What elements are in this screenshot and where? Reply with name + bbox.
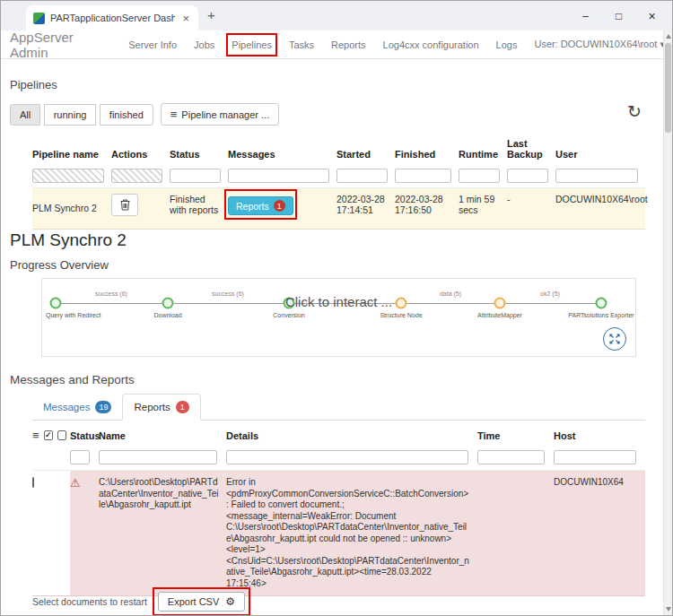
filter-input-pipeline-name[interactable] bbox=[32, 169, 104, 183]
fullscreen-button[interactable] bbox=[603, 327, 626, 351]
node-label: Query with Redirect bbox=[46, 312, 101, 318]
tab-messages[interactable]: Messages 19 bbox=[32, 395, 122, 420]
browser-chrome: PARTapplicationServer Dashboa × + – □ × bbox=[1, 1, 672, 30]
finished-date: 2022-03-28 bbox=[395, 194, 453, 204]
col-header-user: User bbox=[555, 132, 645, 166]
click-to-interact-overlay[interactable]: Click to interact ... bbox=[42, 294, 635, 309]
reports-table: ≡ ✓ Status Name Details Time Host ⚠ C:\U… bbox=[32, 421, 645, 596]
filter-input-host[interactable] bbox=[554, 450, 636, 464]
scroll-down-arrow-icon[interactable] bbox=[666, 607, 671, 612]
filter-all-button[interactable]: All bbox=[10, 104, 40, 126]
nav-item-server-info[interactable]: Server Info bbox=[128, 39, 177, 50]
refresh-icon[interactable]: ↻ bbox=[627, 101, 642, 122]
cell-status: ⚠ bbox=[70, 470, 99, 596]
filter-input-last-backup[interactable] bbox=[507, 169, 548, 183]
app-brand[interactable]: AppServer Admin bbox=[10, 30, 111, 60]
messages-reports-heading: Messages and Reports bbox=[10, 373, 135, 386]
workflow-canvas[interactable]: success (6) success (6) data (5) ok2 (5)… bbox=[41, 278, 636, 357]
col-header-status: Status bbox=[70, 421, 99, 448]
page-scrollbar[interactable] bbox=[663, 30, 672, 615]
node-label: PARTsolutions Exporter bbox=[568, 312, 634, 318]
pipeline-manager-button[interactable]: ≡ Pipeline manager ... bbox=[161, 103, 279, 126]
col-header-last-backup: Last Backup bbox=[507, 132, 555, 166]
nav-item-reports[interactable]: Reports bbox=[331, 39, 366, 50]
messages-reports-tabs: Messages 19 Reports 1 bbox=[32, 393, 645, 421]
reports-button-label: Reports bbox=[236, 201, 269, 212]
select-all-checkbox[interactable]: ✓ bbox=[44, 430, 53, 440]
reports-count-badge: 1 bbox=[274, 200, 285, 212]
filter-input-user[interactable] bbox=[555, 169, 638, 183]
nav-item-jobs[interactable]: Jobs bbox=[194, 39, 214, 50]
filter-cell bbox=[507, 166, 555, 187]
user-menu-label: User: DOCUWIN10X64\root bbox=[534, 39, 657, 49]
col-header-pipeline-name: Pipeline name bbox=[32, 132, 111, 166]
node-label: AttributeMapper bbox=[477, 312, 522, 318]
export-csv-label: Export CSV bbox=[168, 596, 219, 607]
col-header-status: Status bbox=[170, 132, 228, 166]
filter-input-time[interactable] bbox=[477, 450, 545, 464]
nav-item-pipelines-label: Pipelines bbox=[232, 39, 272, 50]
filter-input-status[interactable] bbox=[170, 169, 221, 183]
tab-reports-label: Reports bbox=[134, 402, 170, 412]
maximize-button[interactable]: □ bbox=[602, 10, 635, 22]
row-checkbox[interactable] bbox=[32, 477, 34, 488]
filter-running-button[interactable]: running bbox=[44, 104, 97, 126]
app-navbar: AppServer Admin Server Info Jobs Pipelin… bbox=[1, 30, 665, 59]
close-button[interactable]: × bbox=[635, 9, 669, 23]
export-csv-button[interactable]: Export CSV ⚙ bbox=[158, 592, 245, 612]
col-header-finished: Finished bbox=[395, 132, 459, 166]
cell-started: 2022-03-28 17:14:51 bbox=[336, 187, 395, 230]
cell-pipeline-name: PLM Synchro 2 bbox=[32, 187, 111, 230]
pipeline-manager-label: Pipeline manager ... bbox=[181, 109, 269, 120]
col-header-runtime: Runtime bbox=[459, 132, 507, 166]
filter-input-details[interactable] bbox=[226, 450, 468, 464]
filter-input-status[interactable] bbox=[70, 450, 90, 464]
node-label: Download bbox=[153, 312, 181, 318]
list-icon[interactable]: ≡ bbox=[32, 429, 39, 441]
nav-item-tasks[interactable]: Tasks bbox=[289, 39, 314, 50]
filter-input-messages[interactable] bbox=[228, 169, 329, 183]
filter-cell bbox=[459, 166, 507, 187]
filter-cell bbox=[170, 166, 228, 187]
col-header-messages: Messages bbox=[228, 132, 336, 166]
pipelines-table: Pipeline name Actions Status Messages St… bbox=[32, 132, 645, 230]
tab-title: PARTapplicationServer Dashboa bbox=[50, 13, 175, 23]
filter-input-started[interactable] bbox=[336, 169, 388, 183]
col-header-actions: Actions bbox=[111, 132, 170, 166]
node-label: Conversion bbox=[273, 312, 304, 318]
messages-count-badge: 19 bbox=[95, 401, 111, 413]
nav-item-pipelines[interactable]: Pipelines bbox=[232, 39, 272, 50]
filter-input-finished[interactable] bbox=[395, 169, 451, 183]
filter-input-name[interactable] bbox=[99, 450, 217, 464]
pipelines-heading: Pipelines bbox=[10, 78, 57, 91]
reports-button[interactable]: Reports 1 bbox=[228, 196, 293, 215]
cell-details: Error in <pdmProxyCommonConversionServic… bbox=[226, 470, 477, 596]
reports-footer: Select documents to restart Export CSV ⚙ bbox=[32, 592, 245, 612]
scrollbar-thumb[interactable] bbox=[665, 43, 671, 133]
tab-messages-label: Messages bbox=[43, 402, 90, 412]
nav-item-user-menu[interactable]: User: DOCUWIN10X64\root ▾ bbox=[534, 39, 665, 50]
tab-reports[interactable]: Reports 1 bbox=[122, 394, 200, 421]
scroll-up-arrow-icon[interactable] bbox=[666, 34, 671, 39]
tab-close-icon[interactable]: × bbox=[180, 13, 191, 24]
filter-input-actions[interactable] bbox=[111, 169, 162, 183]
minimize-button[interactable]: – bbox=[569, 10, 602, 22]
delete-pipeline-button[interactable] bbox=[111, 194, 138, 216]
restart-hint-label: Select documents to restart bbox=[32, 596, 147, 607]
browser-tab[interactable]: PARTapplicationServer Dashboa × bbox=[26, 5, 198, 30]
filter-finished-button[interactable]: finished bbox=[100, 104, 153, 126]
new-tab-button[interactable]: + bbox=[207, 7, 215, 22]
filter-input-runtime[interactable] bbox=[459, 169, 500, 183]
deselect-all-checkbox[interactable] bbox=[57, 430, 66, 440]
col-header-details: Details bbox=[226, 421, 477, 448]
filter-cell bbox=[226, 448, 477, 470]
filter-cell bbox=[32, 448, 70, 470]
col-header-started: Started bbox=[336, 132, 395, 166]
filter-cell bbox=[111, 166, 170, 187]
cell-actions bbox=[111, 187, 170, 230]
filter-cell bbox=[555, 166, 645, 187]
cell-select bbox=[32, 470, 70, 596]
started-time: 17:14:51 bbox=[336, 204, 389, 215]
nav-item-log4cxx[interactable]: Log4cxx configuration bbox=[383, 39, 479, 50]
nav-item-logs[interactable]: Logs bbox=[496, 39, 518, 50]
